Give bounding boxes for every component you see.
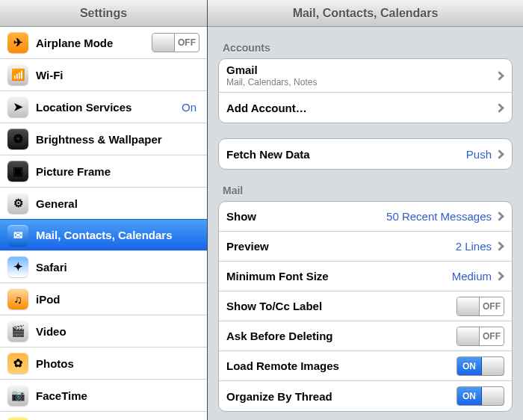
add-account[interactable]: Add Account… <box>219 93 512 123</box>
sidebar-list: ✈Airplane ModeOFF📶Wi-Fi➤Location Service… <box>0 27 207 420</box>
row-title: Load Remote Images <box>226 359 339 372</box>
toggle-text: ON <box>457 391 481 401</box>
row-title: Preview <box>226 240 269 253</box>
sidebar-item-label: iPod <box>36 293 199 306</box>
wifi-icon: 📶 <box>7 64 28 85</box>
sidebar-item-label: Brightness & Wallpaper <box>36 133 199 146</box>
row-title: Organize By Thread <box>226 390 332 403</box>
mail-organize-thread[interactable]: Organize By ThreadON <box>219 381 512 411</box>
mail-group: Show50 Recent MessagesPreview2 LinesMini… <box>218 201 513 412</box>
mail-organize-thread-toggle[interactable]: ON <box>457 386 504 406</box>
row-subtitle: Mail, Calendars, Notes <box>226 77 496 87</box>
toggle-text: ON <box>457 361 481 371</box>
mail-show-tocc[interactable]: Show To/Cc LabelOFF <box>219 291 512 321</box>
sidebar-item-label: Photos <box>36 357 199 370</box>
row-title: Show To/Cc Label <box>226 300 322 312</box>
sidebar-item-value: On <box>182 101 196 114</box>
sidebar-item-label: General <box>36 197 199 210</box>
sidebar-item-photos[interactable]: ✿Photos <box>0 348 207 380</box>
toggle-text: OFF <box>175 37 199 48</box>
settings-sidebar: Settings ✈Airplane ModeOFF📶Wi-Fi➤Locatio… <box>0 0 208 420</box>
sidebar-item-label: Video <box>36 325 199 338</box>
sidebar-item-airplane-mode[interactable]: ✈Airplane ModeOFF <box>0 27 207 59</box>
mail-contacts-calendars-icon: ✉ <box>7 225 28 246</box>
video-icon: 🎬 <box>7 321 28 342</box>
chevron-right-icon <box>495 241 504 251</box>
chevron-right-icon <box>495 211 504 221</box>
mail-ask-delete-toggle[interactable]: OFF <box>457 327 504 346</box>
mail-preview[interactable]: Preview2 Lines <box>219 232 512 262</box>
picture-frame-icon: ▣ <box>7 161 28 182</box>
toggle-knob <box>481 387 504 405</box>
sidebar-item-brightness-wallpaper[interactable]: ❂Brightness & Wallpaper <box>0 123 207 155</box>
row-title: Add Account… <box>226 102 496 114</box>
detail-title: Mail, Contacts, Calendars <box>208 0 523 27</box>
sidebar-item-location-services[interactable]: ➤Location ServicesOn <box>0 91 207 123</box>
sidebar-item-label: FaceTime <box>36 389 199 402</box>
mail-load-remote[interactable]: Load Remote ImagesON <box>219 351 512 381</box>
sidebar-item-picture-frame[interactable]: ▣Picture Frame <box>0 155 207 188</box>
airplane-mode-toggle[interactable]: OFF <box>152 33 199 52</box>
sidebar-item-video[interactable]: 🎬Video <box>0 315 207 348</box>
sidebar-item-notes[interactable]: ▤Notes <box>0 412 207 420</box>
section-label-accounts: Accounts <box>218 42 513 54</box>
toggle-text: OFF <box>480 331 504 342</box>
sidebar-item-ipod[interactable]: ♫iPod <box>0 283 207 315</box>
ipod-icon: ♫ <box>7 288 28 309</box>
detail-pane: Mail, Contacts, Calendars Accounts Gmail… <box>208 0 523 420</box>
chevron-right-icon <box>495 271 504 281</box>
sidebar-item-label: Picture Frame <box>36 165 199 178</box>
section-label-mail: Mail <box>218 185 513 197</box>
facetime-icon: 📷 <box>7 385 28 406</box>
toggle-knob <box>457 327 480 345</box>
detail-body: Accounts GmailMail, Calendars, NotesAdd … <box>208 27 523 420</box>
safari-icon: ✦ <box>7 256 28 277</box>
location-services-icon: ➤ <box>7 96 28 117</box>
sidebar-item-facetime[interactable]: 📷FaceTime <box>0 380 207 412</box>
row-title: Minimum Font Size <box>226 270 329 282</box>
chevron-right-icon <box>495 149 504 159</box>
row-title: Gmail <box>226 64 496 76</box>
toggle-knob <box>481 357 504 375</box>
sidebar-item-label: Wi-Fi <box>36 69 199 81</box>
fetch-value: Push <box>466 148 492 161</box>
accounts-group: GmailMail, Calendars, NotesAdd Account… <box>218 58 513 123</box>
row-value: Medium <box>452 270 492 282</box>
sidebar-item-label: Mail, Contacts, Calendars <box>36 229 199 241</box>
sidebar-item-label: Location Services <box>36 101 182 114</box>
mail-show-tocc-toggle[interactable]: OFF <box>457 297 504 316</box>
general-icon: ⚙ <box>7 193 28 214</box>
sidebar-item-wifi[interactable]: 📶Wi-Fi <box>0 59 207 91</box>
toggle-knob <box>152 34 175 52</box>
fetch-title: Fetch New Data <box>226 148 310 161</box>
sidebar-item-label: Safari <box>36 261 199 274</box>
sidebar-item-safari[interactable]: ✦Safari <box>0 251 207 283</box>
mail-show[interactable]: Show50 Recent Messages <box>219 202 512 232</box>
row-title: Show <box>226 210 256 223</box>
fetch-group: Fetch New Data Push <box>218 138 513 170</box>
chevron-right-icon <box>495 71 504 81</box>
mail-ask-delete[interactable]: Ask Before DeletingOFF <box>219 321 512 351</box>
mail-min-font-size[interactable]: Minimum Font SizeMedium <box>219 262 512 291</box>
row-title: Ask Before Deleting <box>226 330 333 342</box>
brightness-wallpaper-icon: ❂ <box>7 129 28 149</box>
sidebar-item-general[interactable]: ⚙General <box>0 188 207 220</box>
account-gmail[interactable]: GmailMail, Calendars, Notes <box>219 59 512 93</box>
notes-icon: ▤ <box>7 417 28 420</box>
toggle-text: OFF <box>480 301 504 312</box>
row-value: 2 Lines <box>456 240 492 253</box>
chevron-right-icon <box>495 103 504 113</box>
sidebar-item-label: Airplane Mode <box>36 37 152 49</box>
sidebar-title: Settings <box>0 0 207 27</box>
mail-load-remote-toggle[interactable]: ON <box>457 356 504 376</box>
airplane-mode-icon: ✈ <box>7 32 28 53</box>
photos-icon: ✿ <box>7 353 28 374</box>
sidebar-item-mail-contacts-calendars[interactable]: ✉Mail, Contacts, Calendars <box>0 219 207 251</box>
row-value: 50 Recent Messages <box>386 210 492 223</box>
toggle-knob <box>457 297 480 315</box>
fetch-new-data[interactable]: Fetch New Data Push <box>219 139 512 169</box>
